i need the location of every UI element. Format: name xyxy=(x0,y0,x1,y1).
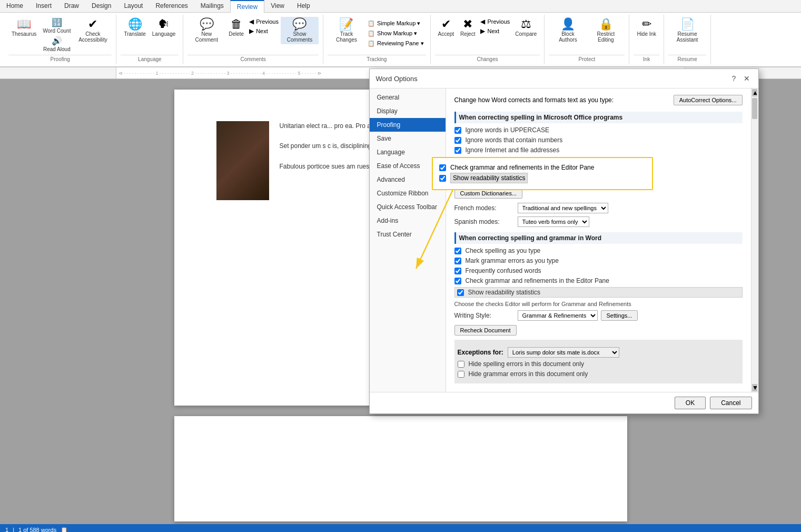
show-comments-label: Show Comments xyxy=(284,31,315,43)
block-authors-label: Block Authors xyxy=(552,31,584,43)
ignore-uppercase-checkbox[interactable] xyxy=(454,127,461,134)
mark-grammar-row: Mark grammar errors as you type xyxy=(454,257,743,264)
resume-assistant-button[interactable]: 📄 Resume Assistant xyxy=(668,17,706,44)
scrollbar-thumb[interactable] xyxy=(752,98,757,119)
ribbon-group-ink: ✏ Hide Ink Ink xyxy=(629,15,664,64)
sidebar-item-trust-center[interactable]: Trust Center xyxy=(370,228,446,241)
language-button[interactable]: 🗣 Language xyxy=(149,17,179,38)
autocorrect-options-button[interactable]: AutoCorrect Options... xyxy=(674,95,743,105)
french-modes-row: French modes: Traditional and new spelli… xyxy=(454,203,743,213)
next-change-label: Next xyxy=(487,28,499,34)
sidebar-item-general[interactable]: General xyxy=(370,91,446,104)
hide-spelling-checkbox[interactable] xyxy=(458,361,464,368)
thesaurus-label: Thesaurus xyxy=(12,31,36,37)
tab-insert[interactable]: Insert xyxy=(29,0,58,12)
ignore-numbers-label: Ignore words that contain numbers xyxy=(466,136,563,144)
next-icon: ▶ xyxy=(249,27,254,35)
tab-design[interactable]: Design xyxy=(85,0,117,12)
word-count-icon-status: 📋 xyxy=(61,527,68,533)
check-accessibility-button[interactable]: ✔ Check Accessibility xyxy=(74,17,112,44)
dialog-scrollbar[interactable]: ▲ ▼ xyxy=(751,88,758,392)
accept-button[interactable]: ✔ Accept xyxy=(435,17,458,38)
scroll-down-button[interactable]: ▼ xyxy=(752,384,757,391)
previous-change-button[interactable]: ◀ Previous xyxy=(478,17,512,26)
ignore-internet-checkbox[interactable] xyxy=(454,147,461,154)
previous-icon: ◀ xyxy=(249,18,254,25)
tab-view[interactable]: View xyxy=(264,0,291,12)
tab-review[interactable]: Review xyxy=(230,0,264,13)
recheck-document-button[interactable]: Recheck Document xyxy=(454,325,517,336)
previous-button[interactable]: ◀ Previous xyxy=(247,17,281,26)
delete-icon: 🗑 xyxy=(231,18,242,30)
previous-change-icon: ◀ xyxy=(480,18,485,25)
sidebar-item-display[interactable]: Display xyxy=(370,104,446,118)
exceptions-section: Exceptions for: Loris sump dolor sits ma… xyxy=(454,340,743,383)
reject-button[interactable]: ✖ Reject xyxy=(457,17,478,38)
word-count-button[interactable]: 🔢 Word Count xyxy=(39,17,74,35)
new-comment-button[interactable]: 💬 New Comment xyxy=(187,17,225,44)
show-markup-button[interactable]: 📋 Show Markup ▾ xyxy=(365,29,426,38)
scroll-up-button[interactable]: ▲ xyxy=(752,89,757,96)
mark-grammar-checkbox[interactable] xyxy=(454,258,461,264)
restrict-editing-button[interactable]: 🔒 Restrict Editing xyxy=(587,17,625,44)
french-modes-select[interactable]: Traditional and new spellings xyxy=(518,203,608,213)
writing-style-select[interactable]: Grammar & Refinements xyxy=(518,310,598,321)
previous-label: Previous xyxy=(256,18,279,25)
next-change-button[interactable]: ▶ Next xyxy=(478,26,512,36)
hide-grammar-checkbox[interactable] xyxy=(458,371,464,378)
settings-button[interactable]: Settings... xyxy=(601,310,638,321)
delete-button[interactable]: 🗑 Delete xyxy=(225,17,247,38)
translate-button[interactable]: 🌐 Translate xyxy=(121,17,149,38)
dialog-close-button[interactable]: ✕ xyxy=(741,73,752,84)
check-grammar-checkbox[interactable] xyxy=(454,278,461,284)
compare-button[interactable]: ⚖ Compare xyxy=(512,17,540,38)
read-aloud-button[interactable]: 🔊 Read Aloud xyxy=(39,35,74,54)
track-changes-button[interactable]: 📝 Track Changes xyxy=(328,17,365,44)
dialog-title-bar: Word Options ? ✕ xyxy=(370,69,758,88)
new-comment-label: New Comment xyxy=(191,31,222,43)
sidebar-item-save[interactable]: Save xyxy=(370,132,446,145)
tab-home[interactable]: Home xyxy=(0,0,29,12)
tab-draw[interactable]: Draw xyxy=(58,0,85,12)
sidebar-item-proofing[interactable]: Proofing xyxy=(370,118,446,132)
next-button[interactable]: ▶ Next xyxy=(247,26,281,36)
block-authors-icon: 👤 xyxy=(561,18,575,30)
word-count-label: Word Count xyxy=(43,28,71,34)
show-readability-row: Show readability statistics xyxy=(454,287,743,298)
thesaurus-button[interactable]: 📖 Thesaurus xyxy=(8,17,39,38)
compare-icon: ⚖ xyxy=(521,18,531,30)
sidebar-item-add-ins[interactable]: Add-ins xyxy=(370,214,446,228)
check-grammar-label: Check grammar and refinements in the Edi… xyxy=(466,277,609,284)
show-comments-icon: 💬 xyxy=(292,18,306,30)
check-spelling-checkbox[interactable] xyxy=(454,248,461,254)
read-aloud-label: Read Aloud xyxy=(43,46,71,52)
cancel-button[interactable]: Cancel xyxy=(710,397,751,409)
mark-grammar-label: Mark grammar errors as you type xyxy=(466,257,559,264)
callout-checkbox-2 xyxy=(439,175,446,182)
tab-help[interactable]: Help xyxy=(291,0,317,12)
frequently-confused-checkbox[interactable] xyxy=(454,268,461,274)
tracking-group-label: Tracking xyxy=(328,55,426,62)
simple-markup-button[interactable]: 📋 Simple Markup ▾ xyxy=(365,19,426,28)
show-readability-label: Show readability statistics xyxy=(468,289,540,296)
show-readability-checkbox[interactable] xyxy=(457,289,464,296)
ribbon-group-resume: 📄 Resume Assistant Resume xyxy=(664,15,711,64)
block-authors-button[interactable]: 👤 Block Authors xyxy=(549,17,587,44)
translate-icon: 🌐 xyxy=(128,18,142,30)
status-bar: 1 | 1 of 588 words 📋 xyxy=(0,524,801,532)
ignore-numbers-checkbox[interactable] xyxy=(454,137,461,144)
exceptions-select[interactable]: Loris sump dolor sits mate is.docx xyxy=(508,347,619,358)
spanish-modes-select[interactable]: Tuteo verb forms only xyxy=(518,216,589,227)
tab-mailings[interactable]: Mailings xyxy=(194,0,230,12)
doc-page-2 xyxy=(174,416,627,521)
dialog-help-button[interactable]: ? xyxy=(729,73,739,84)
reviewing-pane-icon: 📋 xyxy=(368,40,375,47)
tab-references[interactable]: References xyxy=(149,0,194,12)
show-comments-button[interactable]: 💬 Show Comments xyxy=(281,17,319,44)
sidebar-item-quick-access[interactable]: Quick Access Toolbar xyxy=(370,200,446,214)
hide-ink-button[interactable]: ✏ Hide Ink xyxy=(634,17,659,38)
tab-layout[interactable]: Layout xyxy=(117,0,149,12)
ok-button[interactable]: OK xyxy=(675,397,706,409)
ribbon-group-protect: 👤 Block Authors 🔒 Restrict Editing Prote… xyxy=(545,15,629,64)
reviewing-pane-button[interactable]: 📋 Reviewing Pane ▾ xyxy=(365,39,426,48)
